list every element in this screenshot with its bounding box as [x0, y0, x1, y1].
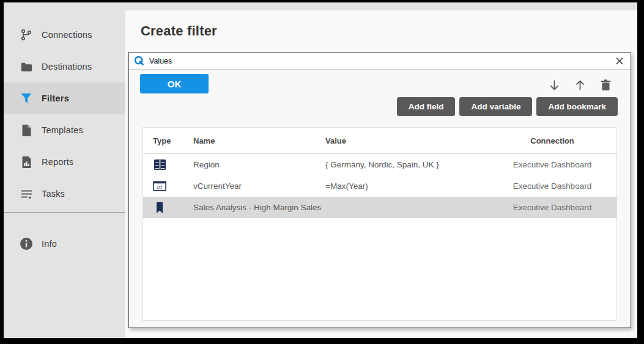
- row-value: { Germany, Nordic, Spain, UK }: [316, 160, 488, 169]
- app-content: Connections Destinations: [4, 2, 637, 338]
- row-value: =Max(Year): [316, 181, 488, 191]
- sidebar-item-filters[interactable]: Filters: [4, 82, 125, 114]
- table-row[interactable]: (x) vCurrentYear =Max(Year) Executive Da…: [143, 175, 616, 197]
- sidebar-item-reports[interactable]: Reports: [4, 146, 125, 178]
- add-variable-button[interactable]: Add variable: [459, 97, 532, 116]
- variable-icon: (x): [153, 180, 166, 193]
- sidebar-item-connections[interactable]: Connections: [4, 19, 125, 51]
- sidebar-item-label: Info: [42, 239, 57, 249]
- funnel-icon: [20, 92, 33, 105]
- sidebar-item-label: Filters: [42, 93, 69, 103]
- sidebar-item-templates[interactable]: Templates: [4, 114, 125, 146]
- sidebar-item-tasks[interactable]: Tasks: [4, 178, 125, 210]
- bookmark-icon: [153, 201, 166, 214]
- table-row[interactable]: Sales Analysis - High Margin Sales Execu…: [143, 197, 616, 218]
- values-table: Type Name Value Connection: [142, 127, 617, 321]
- close-icon[interactable]: [614, 56, 625, 67]
- move-up-icon[interactable]: [573, 78, 587, 92]
- row-connection: Executive Dashboard: [488, 203, 616, 212]
- ok-button[interactable]: OK: [140, 74, 209, 93]
- branch-icon: [20, 28, 33, 42]
- add-bookmark-button[interactable]: Add bookmark: [536, 97, 618, 116]
- report-chart-icon: [20, 155, 33, 169]
- dialog-title: Values: [149, 57, 172, 65]
- table-header-row: Type Name Value Connection: [143, 128, 616, 154]
- values-dialog: Values OK: [128, 52, 631, 328]
- row-name: vCurrentYear: [186, 181, 316, 191]
- sidebar-item-label: Reports: [42, 157, 73, 167]
- field-table-icon: [153, 158, 166, 172]
- document-icon: [20, 123, 33, 137]
- dialog-titlebar: Values: [129, 53, 631, 70]
- sidebar: Connections Destinations: [4, 2, 125, 338]
- table-row[interactable]: Region { Germany, Nordic, Spain, UK } Ex…: [143, 154, 616, 175]
- sidebar-item-label: Destinations: [42, 62, 92, 71]
- page-title: Create filter: [141, 23, 217, 39]
- sidebar-divider: [4, 212, 125, 213]
- move-down-icon[interactable]: [547, 78, 561, 92]
- column-header-value: Value: [316, 136, 488, 145]
- column-header-connection: Connection: [488, 136, 616, 145]
- row-connection: Executive Dashboard: [488, 160, 616, 169]
- row-name: Region: [186, 160, 316, 169]
- add-field-button[interactable]: Add field: [397, 97, 456, 116]
- task-list-icon: [20, 187, 33, 200]
- info-icon: [20, 237, 33, 251]
- sidebar-item-label: Connections: [42, 30, 92, 40]
- sidebar-item-info[interactable]: Info: [4, 228, 125, 260]
- qlik-logo-icon: [134, 56, 144, 66]
- sidebar-item-destinations[interactable]: Destinations: [4, 51, 125, 82]
- delete-icon[interactable]: [599, 78, 612, 92]
- app-window: Connections Destinations: [0, 0, 644, 344]
- folder-icon: [20, 60, 33, 73]
- row-name: Sales Analysis - High Margin Sales: [186, 203, 316, 212]
- column-header-name: Name: [186, 136, 316, 145]
- svg-text:(x): (x): [157, 185, 163, 190]
- sidebar-item-label: Tasks: [42, 189, 65, 199]
- sidebar-item-label: Templates: [42, 125, 83, 135]
- column-header-type: Type: [143, 136, 186, 145]
- row-connection: Executive Dashboard: [488, 181, 616, 191]
